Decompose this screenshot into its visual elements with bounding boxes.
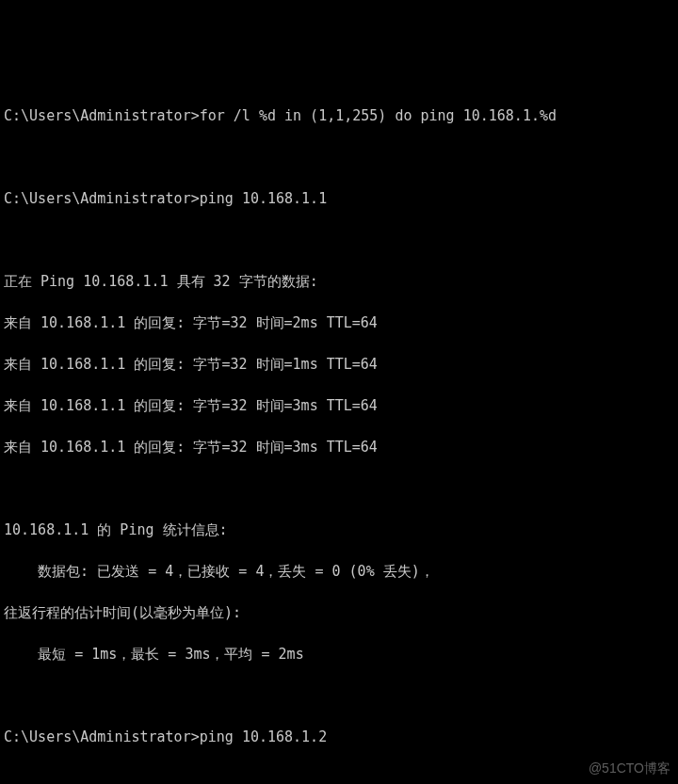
ping-stats-packets: 数据包: 已发送 = 4，已接收 = 4，丢失 = 0 (0% 丢失)， — [4, 561, 674, 582]
ping-rtt-title: 往返行程的估计时间(以毫秒为单位): — [4, 602, 674, 623]
prompt: C:\Users\Administrator> — [4, 107, 200, 124]
prompt-line: C:\Users\Administrator>ping 10.168.1.2 — [4, 727, 674, 747]
prompt: C:\Users\Administrator> — [4, 728, 200, 745]
prompt: C:\Users\Administrator> — [4, 190, 200, 207]
ping-header: 正在 Ping 10.168.1.1 具有 32 字节的数据: — [4, 271, 674, 292]
ping-reply: 来自 10.168.1.1 的回复: 字节=32 时间=1ms TTL=64 — [4, 354, 674, 375]
ping-rtt: 最短 = 1ms，最长 = 3ms，平均 = 2ms — [4, 644, 674, 664]
prompt-line: C:\Users\Administrator>for /l %d in (1,1… — [4, 105, 674, 126]
ping-reply: 来自 10.168.1.1 的回复: 字节=32 时间=3ms TTL=64 — [4, 395, 674, 416]
cmd-ping: ping 10.168.1.2 — [200, 728, 327, 745]
ping-reply: 来自 10.168.1.1 的回复: 字节=32 时间=2ms TTL=64 — [4, 312, 674, 333]
blank-line — [4, 147, 674, 168]
cmd-ping: ping 10.168.1.1 — [200, 190, 327, 207]
blank-line — [4, 478, 674, 499]
ping-stats-title: 10.168.1.1 的 Ping 统计信息: — [4, 520, 674, 540]
watermark: @51CTO博客 — [589, 758, 670, 778]
blank-line — [4, 230, 674, 250]
cmd-for: for /l %d in (1,1,255) do ping 10.168.1.… — [200, 107, 557, 124]
blank-line — [4, 685, 674, 706]
prompt-line: C:\Users\Administrator>ping 10.168.1.1 — [4, 188, 674, 209]
blank-line — [4, 768, 674, 784]
terminal-output[interactable]: C:\Users\Administrator>for /l %d in (1,1… — [4, 85, 674, 784]
ping-reply: 来自 10.168.1.1 的回复: 字节=32 时间=3ms TTL=64 — [4, 437, 674, 457]
